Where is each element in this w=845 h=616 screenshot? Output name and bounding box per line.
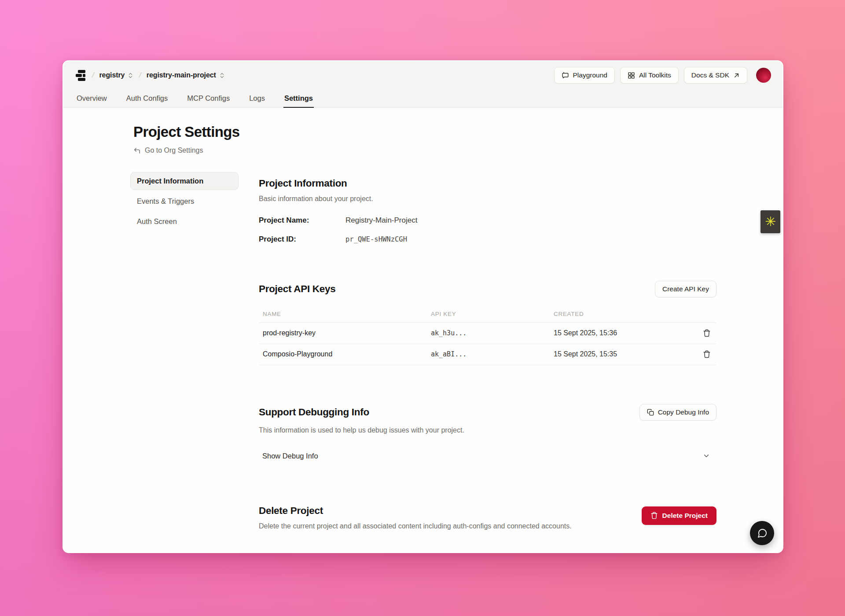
breadcrumb: / registry / registry-main-project <box>75 69 554 81</box>
tab-mcp-configs[interactable]: MCP Configs <box>186 89 231 108</box>
api-key-name: prod-registry-key <box>259 323 427 344</box>
column-header-created: CREATED <box>550 305 690 323</box>
show-debug-info-label: Show Debug Info <box>262 452 318 460</box>
project-information-title: Project Information <box>259 178 716 189</box>
composio-logo-icon[interactable] <box>75 69 87 81</box>
api-key-created: 15 Sept 2025, 15:36 <box>550 323 690 344</box>
tab-overview[interactable]: Overview <box>76 89 108 108</box>
feedback-widget-button[interactable]: ✳ <box>760 210 780 233</box>
top-actions: Playground All Toolkits Docs & SDK <box>554 67 772 84</box>
go-to-org-settings-label: Go to Org Settings <box>145 147 203 154</box>
trash-icon <box>650 512 658 519</box>
delete-api-key-button[interactable] <box>701 348 713 360</box>
copy-icon <box>647 409 654 416</box>
tab-bar: Overview Auth Configs MCP Configs Logs S… <box>63 89 783 108</box>
user-avatar[interactable] <box>756 68 771 83</box>
tab-auth-configs[interactable]: Auth Configs <box>125 89 169 108</box>
delete-project-button[interactable]: Delete Project <box>642 506 716 525</box>
go-to-org-settings-link[interactable]: Go to Org Settings <box>133 147 203 154</box>
breadcrumb-org-label: registry <box>99 71 125 79</box>
delete-project-section: Delete Project Delete the current projec… <box>259 505 716 530</box>
column-header-api-key: API KEY <box>427 305 550 323</box>
project-id-value: pr_QWE-sHWNzCGH <box>345 235 407 243</box>
playground-button-label: Playground <box>573 71 607 79</box>
project-name-label: Project Name: <box>259 216 345 225</box>
breadcrumb-project-label: registry-main-project <box>147 71 216 79</box>
breadcrumb-separator: / <box>138 71 142 79</box>
top-bar: / registry / registry-main-project Pla <box>63 61 783 89</box>
delete-project-title: Delete Project <box>259 505 572 517</box>
arrow-up-right-icon <box>733 72 740 79</box>
chat-support-button[interactable] <box>750 521 774 545</box>
grid-icon <box>628 72 635 79</box>
api-key-name: Composio-Playground <box>259 344 427 365</box>
chevron-down-icon <box>702 452 710 460</box>
project-information-description: Basic information about your project. <box>259 195 716 203</box>
asterisk-icon: ✳ <box>765 215 776 228</box>
corner-up-left-icon <box>133 147 141 154</box>
column-header-name: NAME <box>259 305 427 323</box>
api-key-value: ak_aBI... <box>427 344 550 365</box>
app-window: / registry / registry-main-project Pla <box>62 60 783 553</box>
project-id-row: Project ID: pr_QWE-sHWNzCGH <box>259 235 716 244</box>
playground-button[interactable]: Playground <box>554 67 615 84</box>
show-debug-info-toggle[interactable]: Show Debug Info <box>259 447 716 465</box>
all-toolkits-button[interactable]: All Toolkits <box>620 67 679 84</box>
debug-info-section: Support Debugging Info Copy Debug Info T… <box>259 404 716 465</box>
trash-icon <box>703 350 711 358</box>
tab-logs[interactable]: Logs <box>248 89 266 108</box>
table-header-row: NAME API KEY CREATED <box>259 305 716 323</box>
breadcrumb-project-selector[interactable]: registry-main-project <box>147 71 225 79</box>
table-row: Composio-Playground ak_aBI... 15 Sept 20… <box>259 344 716 365</box>
delete-project-button-label: Delete Project <box>662 512 708 520</box>
debug-info-title: Support Debugging Info <box>259 407 369 418</box>
breadcrumb-org-selector[interactable]: registry <box>99 71 134 79</box>
api-keys-table: NAME API KEY CREATED prod-registry-key a… <box>259 305 716 365</box>
column-header-actions <box>690 305 716 323</box>
settings-subnav: Project Information Events & Triggers Au… <box>130 172 239 530</box>
chevrons-up-down-icon <box>127 72 134 79</box>
project-information-section: Project Information Basic information ab… <box>259 178 716 244</box>
all-toolkits-button-label: All Toolkits <box>639 71 671 79</box>
subnav-item-project-information[interactable]: Project Information <box>130 172 239 190</box>
message-bubble-icon <box>757 528 768 539</box>
breadcrumb-separator: / <box>91 71 95 79</box>
table-row: prod-registry-key ak_h3u... 15 Sept 2025… <box>259 323 716 344</box>
api-keys-section: Project API Keys Create API Key NAME API… <box>259 281 716 365</box>
tab-settings[interactable]: Settings <box>283 89 314 108</box>
delete-project-description: Delete the current project and all assoc… <box>259 522 572 530</box>
project-name-row: Project Name: Registry-Main-Project <box>259 216 716 225</box>
api-key-created: 15 Sept 2025, 15:35 <box>550 344 690 365</box>
docs-sdk-button-label: Docs & SDK <box>691 71 729 79</box>
copy-debug-info-label: Copy Debug Info <box>658 408 709 416</box>
subnav-item-events-triggers[interactable]: Events & Triggers <box>130 192 239 210</box>
debug-info-description: This information is used to help us debu… <box>259 426 716 434</box>
delete-api-key-button[interactable] <box>701 327 713 339</box>
chevrons-up-down-icon <box>219 72 225 79</box>
create-api-key-button[interactable]: Create API Key <box>655 281 716 297</box>
page-title: Project Settings <box>133 124 783 140</box>
subnav-item-auth-screen[interactable]: Auth Screen <box>130 213 239 231</box>
chat-robot-icon <box>562 72 569 79</box>
docs-sdk-button[interactable]: Docs & SDK <box>684 67 747 84</box>
project-id-label: Project ID: <box>259 235 345 244</box>
project-name-value: Registry-Main-Project <box>345 216 417 225</box>
api-key-value: ak_h3u... <box>427 323 550 344</box>
trash-icon <box>703 329 711 337</box>
copy-debug-info-button[interactable]: Copy Debug Info <box>639 404 716 421</box>
settings-main: Project Information Basic information ab… <box>259 172 716 530</box>
api-keys-title: Project API Keys <box>259 283 335 295</box>
settings-page: Project Settings Go to Org Settings Proj… <box>63 108 783 553</box>
